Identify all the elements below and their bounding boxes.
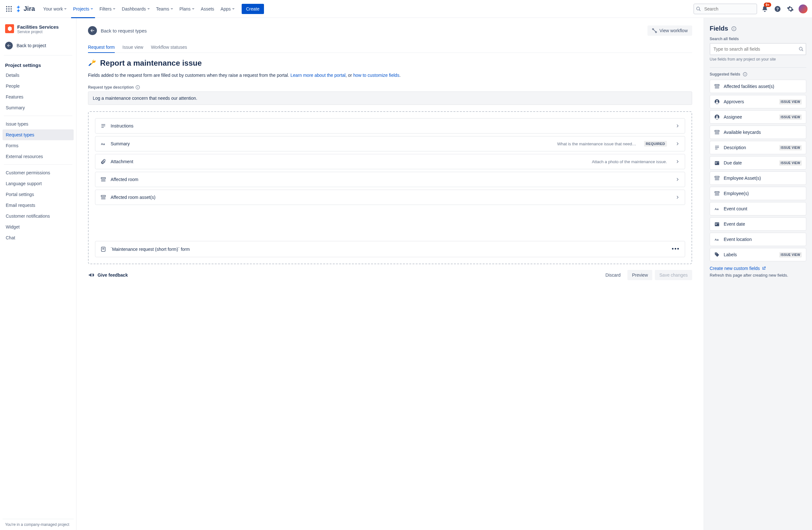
project-icon: [5, 24, 14, 33]
form-item[interactable]: `Maintenance request (short form)` form …: [95, 241, 685, 257]
project-name: Facilities Services: [17, 24, 59, 30]
chevron-down-icon: [113, 8, 115, 10]
sidebar-item-email-requests[interactable]: Email requests: [2, 200, 74, 211]
nav-your-work[interactable]: Your work: [40, 4, 70, 14]
chevron-down-icon: [90, 8, 93, 10]
chevron-right-icon: [675, 195, 680, 200]
sidebar-item-language-support[interactable]: Language support: [2, 178, 74, 189]
svg-text:Aa: Aa: [715, 238, 719, 241]
avatar[interactable]: [798, 4, 808, 14]
sidebar-item-issue-types[interactable]: Issue types: [2, 119, 74, 129]
sidebar-item-summary[interactable]: Summary: [2, 102, 74, 113]
sidebar-item-people[interactable]: People: [2, 80, 74, 91]
search-icon: [696, 6, 701, 12]
sidebar-item-external-resources[interactable]: External resources: [2, 151, 74, 162]
info-icon[interactable]: [731, 26, 737, 31]
form-icon: [100, 246, 106, 252]
field-row-affected-room[interactable]: Affected room: [95, 172, 685, 187]
suggested-employee-asset-s-[interactable]: Employee Asset(s): [710, 172, 806, 185]
svg-point-17: [138, 86, 138, 86]
tab-workflow-statuses[interactable]: Workflow statuses: [151, 42, 187, 53]
section-title: Project settings: [2, 58, 74, 70]
nav-projects[interactable]: Projects: [70, 4, 96, 14]
back-label: Back to project: [17, 43, 46, 48]
create-custom-fields-link[interactable]: Create new custom fields: [710, 266, 806, 271]
field-row-attachment[interactable]: AttachmentAttach a photo of the maintena…: [95, 154, 685, 169]
field-row-affected-room-asset-s-[interactable]: Affected room asset(s): [95, 190, 685, 205]
more-icon[interactable]: •••: [672, 246, 680, 252]
sidebar-item-portal-settings[interactable]: Portal settings: [2, 189, 74, 200]
back-to-project[interactable]: Back to project: [2, 39, 74, 53]
global-search[interactable]: [693, 3, 757, 14]
search-label: Search all fields: [710, 36, 806, 41]
nav-filters[interactable]: Filters: [96, 4, 119, 14]
field-row-summary[interactable]: AaSummaryWhat is the maintenance issue t…: [95, 136, 685, 151]
suggested-labels[interactable]: LabelsISSUE VIEW: [710, 248, 806, 261]
sidebar-item-details[interactable]: Details: [2, 70, 74, 80]
asset-icon: [714, 129, 720, 135]
page-title: Report a maintenance issue: [100, 59, 202, 68]
svg-line-10: [699, 10, 700, 11]
back-to-request-types[interactable]: Back to request types: [88, 26, 147, 35]
issue-view-badge: ISSUE VIEW: [779, 145, 802, 150]
notif-badge: 9+: [764, 2, 771, 7]
nav-apps[interactable]: Apps: [217, 4, 238, 14]
suggested-description[interactable]: DescriptionISSUE VIEW: [710, 141, 806, 154]
info-icon[interactable]: [743, 72, 747, 76]
suggested-event-count[interactable]: AaEvent count: [710, 202, 806, 216]
sidebar-item-chat[interactable]: Chat: [2, 232, 74, 243]
settings-icon[interactable]: [785, 4, 795, 14]
sidebar-item-customer-notifications[interactable]: Customer notifications: [2, 211, 74, 221]
field-row-instructions[interactable]: Instructions: [95, 118, 685, 134]
sidebar-item-features[interactable]: Features: [2, 91, 74, 102]
attachment-icon: [100, 159, 106, 164]
sidebar-item-customer-permissions[interactable]: Customer permissions: [2, 167, 74, 178]
suggested-due-date[interactable]: Due dateISSUE VIEW: [710, 156, 806, 170]
create-button[interactable]: Create: [242, 4, 264, 14]
tab-issue-view[interactable]: Issue view: [122, 42, 143, 53]
jira-logo[interactable]: Jira: [15, 5, 35, 12]
give-feedback[interactable]: Give feedback: [88, 272, 128, 278]
svg-text:Aa: Aa: [715, 207, 719, 211]
help-icon[interactable]: ?: [772, 4, 783, 14]
sidebar-item-request-types[interactable]: Request types: [2, 129, 74, 140]
learn-portal-link[interactable]: Learn more about the portal: [290, 73, 346, 78]
issue-view-badge: ISSUE VIEW: [779, 160, 802, 166]
suggested-approvers[interactable]: ApproversISSUE VIEW: [710, 95, 806, 108]
app-switcher-icon[interactable]: [4, 4, 14, 14]
suggested-event-location[interactable]: AaEvent location: [710, 233, 806, 246]
text-icon: Aa: [100, 141, 106, 147]
sidebar-item-forms[interactable]: Forms: [2, 140, 74, 151]
preview-button[interactable]: Preview: [627, 270, 652, 280]
customize-fields-link[interactable]: how to customize fields: [353, 73, 400, 78]
suggested-affected-facilities-asset-s-[interactable]: Affected facilities asset(s): [710, 80, 806, 93]
suggested-available-keycards[interactable]: Available keycards: [710, 126, 806, 139]
search-icon: [799, 46, 804, 51]
suggested-employee-s-[interactable]: Employee(s): [710, 187, 806, 200]
description-box[interactable]: Log a maintenance concern that needs our…: [88, 91, 692, 105]
sidebar-item-widget[interactable]: Widget: [2, 221, 74, 232]
issue-view-badge: ISSUE VIEW: [779, 99, 802, 105]
nav-plans[interactable]: Plans: [176, 4, 198, 14]
search-input[interactable]: [693, 3, 757, 14]
info-icon[interactable]: [135, 85, 140, 90]
chevron-down-icon: [64, 8, 67, 10]
text-icon: Aa: [714, 236, 720, 242]
svg-point-66: [716, 253, 716, 254]
fields-search-input[interactable]: [710, 43, 806, 55]
view-workflow-button[interactable]: View workflow: [648, 26, 692, 36]
svg-text:Aa: Aa: [101, 142, 105, 146]
refresh-hint: Refresh this page after creating new fie…: [710, 273, 806, 278]
svg-rect-25: [101, 195, 105, 197]
nav-dashboards[interactable]: Dashboards: [119, 4, 153, 14]
notifications-icon[interactable]: 9+: [760, 4, 770, 14]
description-text: Fields added to the request form are fil…: [88, 72, 692, 79]
discard-button[interactable]: Discard: [601, 270, 625, 280]
suggested-fields-label: Suggested fields: [710, 72, 806, 76]
nav-teams[interactable]: Teams: [153, 4, 176, 14]
nav-assets[interactable]: Assets: [198, 4, 217, 14]
tab-request-form[interactable]: Request form: [88, 42, 115, 53]
suggested-assignee[interactable]: AssigneeISSUE VIEW: [710, 110, 806, 124]
suggested-event-date[interactable]: Event date: [710, 217, 806, 231]
svg-point-9: [697, 7, 699, 10]
